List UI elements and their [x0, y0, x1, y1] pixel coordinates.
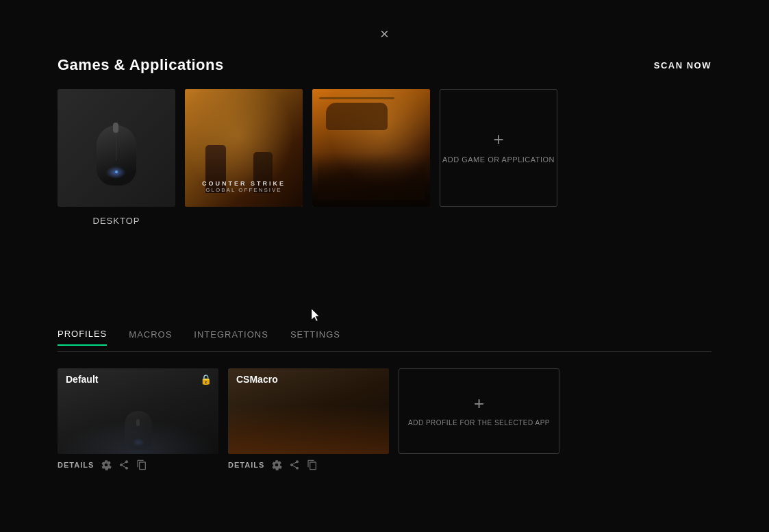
cs-logo-line2: GLOBAL OFFENSIVE: [185, 187, 303, 193]
settings-icon-csmacro[interactable]: [271, 459, 282, 470]
app-card-desktop[interactable]: [58, 89, 175, 207]
add-profile-label: ADD PROFILE FOR THE SELECTED APP: [408, 418, 550, 428]
profile-card-default[interactable]: Default 🔒: [58, 368, 218, 454]
share-icon-csmacro[interactable]: [289, 459, 300, 470]
close-icon: ×: [380, 25, 389, 43]
desktop-app-label: DESKTOP: [58, 216, 175, 226]
cs-logo-line1: COUNTER STRIKE: [185, 180, 303, 187]
lock-icon: 🔒: [200, 374, 212, 385]
profiles-grid: Default 🔒 DETAILS: [58, 368, 559, 470]
scan-now-button[interactable]: SCAN NOW: [654, 60, 711, 71]
settings-icon-default[interactable]: [101, 459, 112, 470]
add-game-button[interactable]: + ADD GAME OR APPLICATION: [440, 89, 557, 207]
profile-default-actions: DETAILS: [58, 459, 218, 470]
page-title: Games & Applications: [58, 56, 224, 74]
close-button[interactable]: ×: [375, 25, 394, 44]
tab-integrations[interactable]: INTEGRATIONS: [194, 329, 268, 346]
app-gallery: COUNTER STRIKE GLOBAL OFFENSIVE + ADD GA…: [58, 89, 557, 207]
tab-profiles[interactable]: PROFILES: [58, 329, 107, 346]
add-profile-plus-icon: +: [474, 394, 484, 412]
cursor: [312, 309, 321, 322]
copy-icon-csmacro[interactable]: [307, 459, 318, 470]
tab-settings[interactable]: SETTINGS: [290, 329, 340, 346]
app-card-counter-strike[interactable]: COUNTER STRIKE GLOBAL OFFENSIVE: [185, 89, 303, 207]
details-button-csmacro[interactable]: DETAILS: [228, 461, 264, 469]
plus-icon: +: [493, 130, 503, 148]
profile-card-csmacro[interactable]: CSMacro: [228, 368, 389, 454]
add-game-label: ADD GAME OR APPLICATION: [442, 155, 555, 165]
page-header: Games & Applications SCAN NOW: [58, 56, 711, 74]
profile-default-label: Default: [66, 374, 98, 385]
details-button-default[interactable]: DETAILS: [58, 461, 94, 469]
profile-default-container: Default 🔒 DETAILS: [58, 368, 218, 470]
profile-csmacro-actions: DETAILS: [228, 459, 389, 470]
tab-macros[interactable]: MACROS: [129, 329, 172, 346]
add-profile-button[interactable]: + ADD PROFILE FOR THE SELECTED APP: [399, 368, 559, 454]
profile-csmacro-container: CSMacro DETAILS: [228, 368, 389, 470]
share-icon-default[interactable]: [118, 459, 129, 470]
profile-csmacro-label: CSMacro: [236, 374, 278, 385]
tabs-bar: PROFILES MACROS INTEGRATIONS SETTINGS: [58, 329, 711, 352]
copy-icon-default[interactable]: [136, 459, 147, 470]
app-card-gta5[interactable]: [312, 89, 430, 207]
